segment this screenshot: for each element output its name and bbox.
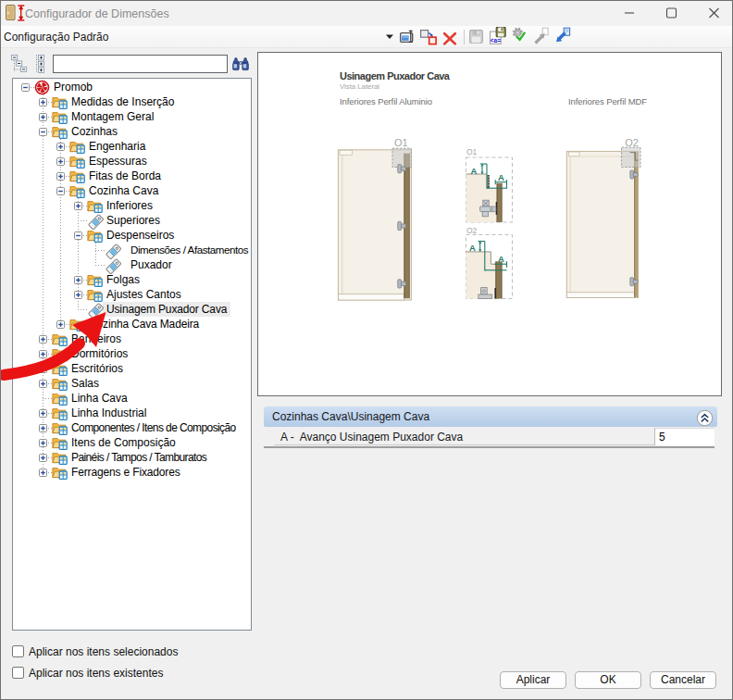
svg-text:A: A xyxy=(498,254,504,264)
svg-text:O1: O1 xyxy=(466,147,478,156)
svg-text:O2: O2 xyxy=(625,137,639,148)
svg-text:A: A xyxy=(471,166,478,176)
svg-text:<a=: <a= xyxy=(491,38,502,44)
svg-text:O1: O1 xyxy=(394,137,408,148)
svg-text:A: A xyxy=(498,172,504,182)
svg-text:O2: O2 xyxy=(466,226,478,235)
svg-text:A: A xyxy=(469,243,476,253)
